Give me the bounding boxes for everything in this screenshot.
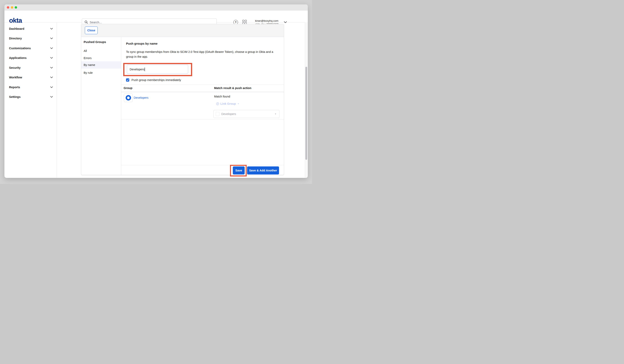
apps-grid-icon[interactable] [242,20,247,24]
sidebar-item-label: Dashboard [9,27,24,30]
chevron-down-icon [50,57,53,59]
group-name-link[interactable]: Developers [134,96,148,99]
scrollbar-thumb[interactable] [305,67,307,160]
save-add-another-button[interactable]: Save & Add Another [247,166,279,175]
panel-header-band [81,24,284,37]
user-email: kiran@boxyhq.com [252,19,282,23]
chevron-down-icon [50,86,53,88]
subnav-item-by-name[interactable]: By name [81,61,121,69]
subnav-item-all[interactable]: All [81,47,121,54]
sidebar-item-label: Reports [9,86,20,89]
subnav-divider [121,37,121,175]
column-header-match: Match result & push action [214,86,251,90]
traffic-light-zoom[interactable] [15,6,17,9]
push-groups-panel: Close Pushed Groups All Errors By name B… [81,24,284,175]
sidebar-item-label: Workflow [9,76,22,79]
sidebar-item-applications[interactable]: Applications [9,54,53,61]
chevron-down-icon [50,48,53,49]
checkmark-icon [127,79,129,81]
link-group-button[interactable]: Link Group ▼ [216,102,239,105]
save-button[interactable]: Save [233,166,245,175]
page-title: Push groups by name [126,42,157,45]
okta-logo: okta [9,17,22,24]
sidebar-item-directory[interactable]: Directory [9,35,53,42]
close-button[interactable]: Close [85,26,98,34]
table-header-rule [121,92,284,92]
description-text: To sync group memberships from Okta to S… [126,50,276,59]
scrollbar-track[interactable] [305,22,308,178]
sidebar-item-label: Directory [9,37,22,40]
sidebar-item-label: Settings [9,95,21,99]
chevron-down-icon [50,28,53,29]
sidebar-item-label: Applications [9,56,26,59]
sidebar-item-label: Security [9,66,21,69]
sidebar-item-reports[interactable]: Reports [9,84,53,91]
chevron-down-icon [50,77,53,78]
link-group-label: Link Group [220,102,236,105]
text-cursor [145,68,145,71]
group-avatar [124,93,133,102]
traffic-light-close[interactable] [7,6,9,9]
sidebar-item-dashboard[interactable]: Dashboard [9,25,53,32]
desktop-background: okta Search... ? kiran@boxyhq.com okta-d… [0,0,312,184]
caret-down-icon: ▼ [275,113,276,115]
app-header: okta Search... ? kiran@boxyhq.com okta-d… [4,10,308,23]
subnav-item-by-rule[interactable]: By rule [81,69,121,76]
column-header-group: Group [124,86,132,90]
search-icon [84,20,88,24]
sidebar-item-workflow[interactable]: Workflow [9,74,53,81]
push-immediately-checkbox[interactable] [126,78,129,82]
chevron-down-icon [50,38,53,39]
group-icon [126,95,131,101]
checkbox-label: Push group memberships immediately [131,78,181,82]
sidebar-item-label: Customizations [9,47,31,50]
traffic-light-minimize[interactable] [11,6,13,9]
caret-down-icon: ▼ [237,103,239,105]
row-bottom-border [121,119,284,119]
app-group-value: Developers [221,112,236,116]
table-top-border [121,85,284,85]
subnav-item-errors[interactable]: Errors [81,54,121,62]
match-status-text: Match found [214,95,230,98]
app-group-select[interactable]: Developers ▼ [213,110,279,118]
grid-square [245,20,247,22]
sidebar-item-settings[interactable]: Settings [9,93,53,101]
sidebar-item-security[interactable]: Security [9,64,53,71]
subnav-title: Pushed Groups [84,40,106,44]
chevron-down-icon [50,96,53,98]
group-search-input[interactable]: Developers [127,65,188,74]
sidebar-item-customizations[interactable]: Customizations [9,45,53,52]
footer-divider [121,165,284,165]
link-icon [216,102,219,105]
chevron-down-icon[interactable] [284,21,287,23]
search-placeholder: Search... [90,21,102,24]
chevron-down-icon [50,67,53,69]
group-input-value: Developers [130,68,144,71]
window-titlebar [4,4,308,10]
browser-window: okta Search... ? kiran@boxyhq.com okta-d… [4,4,308,178]
app-group-placeholder-icon [216,112,219,116]
grid-square [242,20,244,22]
sidebar-divider [57,22,57,178]
